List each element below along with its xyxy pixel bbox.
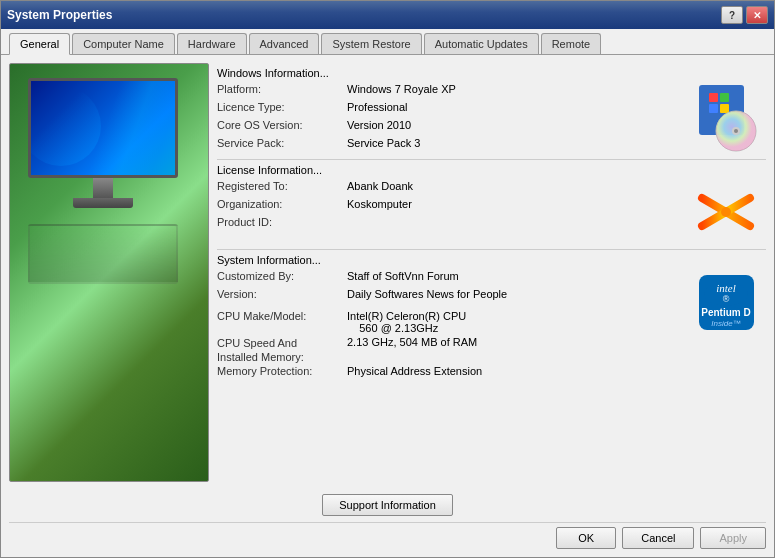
system-info-rows: Customized By: Staff of SoftVnn Forum Ve… (217, 270, 766, 383)
titlebar: System Properties ? ✕ (1, 1, 774, 29)
memory-protection-row: Memory Protection: Physical Address Exte… (217, 365, 686, 383)
licence-value: Professional (347, 101, 686, 113)
star-icon-area (686, 180, 766, 245)
svg-point-9 (734, 129, 738, 133)
memory-protection-label: Memory Protection: (217, 365, 347, 377)
windows-info-col: Platform: Windows 7 Royale XP Licence Ty… (217, 83, 686, 155)
cancel-button[interactable]: Cancel (622, 527, 694, 549)
intel-pentium-icon: intel ® Pentium D Inside™ (694, 270, 759, 335)
cpu-model-row: CPU Make/Model: Intel(R) Celeron(R) CPU … (217, 310, 686, 334)
system-properties-window: System Properties ? ✕ General Computer N… (0, 0, 775, 558)
system-info-header: System Information... (217, 254, 766, 266)
monitor-body (28, 78, 178, 178)
apply-button[interactable]: Apply (700, 527, 766, 549)
service-pack-row: Service Pack: Service Pack 3 (217, 137, 686, 155)
tab-hardware[interactable]: Hardware (177, 33, 247, 54)
version-label: Version: (217, 288, 347, 300)
star-icon (694, 180, 759, 245)
cpu-model-label: CPU Make/Model: (217, 310, 347, 322)
action-buttons: OK Cancel Apply (9, 522, 766, 549)
monitor-display (28, 78, 178, 208)
cd-windows-icon (694, 83, 759, 153)
cpu-speed-row: CPU Speed AndInstalled Memory: 2.13 GHz,… (217, 336, 686, 365)
tab-general[interactable]: General (9, 33, 70, 55)
monitor-screen (31, 81, 175, 175)
licence-row: Licence Type: Professional (217, 101, 686, 119)
version-value: Daily Softwares News for People (347, 288, 686, 300)
organization-value: Koskomputer (347, 198, 686, 210)
registered-to-row: Registered To: Abank Doank (217, 180, 686, 198)
system-info-col: Customized By: Staff of SoftVnn Forum Ve… (217, 270, 686, 383)
memory-protection-value: Physical Address Extension (347, 365, 686, 377)
registered-to-label: Registered To: (217, 180, 347, 192)
svg-rect-4 (720, 104, 729, 113)
license-info-rows: Registered To: Abank Doank Organization:… (217, 180, 766, 245)
cpu-model-value: Intel(R) Celeron(R) CPU 560 @ 2.13GHz (347, 310, 686, 334)
help-button[interactable]: ? (721, 6, 743, 24)
support-information-button[interactable]: Support Information (322, 494, 453, 516)
product-id-label: Product ID: (217, 216, 347, 228)
tab-system-restore[interactable]: System Restore (321, 33, 421, 54)
monitor-reflection (28, 224, 178, 284)
customized-by-row: Customized By: Staff of SoftVnn Forum (217, 270, 686, 288)
tabs-row: General Computer Name Hardware Advanced … (1, 29, 774, 55)
customized-by-label: Customized By: (217, 270, 347, 282)
cpu-speed-value: 2.13 GHz, 504 MB of RAM (347, 336, 686, 348)
product-id-row: Product ID: (217, 216, 686, 234)
tab-computer-name[interactable]: Computer Name (72, 33, 175, 54)
customized-by-value: Staff of SoftVnn Forum (347, 270, 686, 282)
licence-label: Licence Type: (217, 101, 347, 113)
core-os-row: Core OS Version: Version 2010 (217, 119, 686, 137)
titlebar-buttons: ? ✕ (721, 6, 768, 24)
license-info-col: Registered To: Abank Doank Organization:… (217, 180, 686, 234)
close-button[interactable]: ✕ (746, 6, 768, 24)
svg-point-13 (721, 207, 731, 217)
organization-row: Organization: Koskomputer (217, 198, 686, 216)
intel-icon-area: intel ® Pentium D Inside™ (686, 270, 766, 335)
tab-remote[interactable]: Remote (541, 33, 602, 54)
monitor-stand (93, 178, 113, 198)
platform-label: Platform: (217, 83, 347, 95)
screen-decor1 (31, 86, 101, 166)
svg-text:Pentium D: Pentium D (701, 307, 750, 318)
svg-rect-3 (709, 104, 718, 113)
tab-content: Windows Information... Platform: Windows… (1, 55, 774, 490)
svg-rect-1 (709, 93, 718, 102)
support-btn-row: Support Information (9, 494, 766, 516)
windows-info-section: Windows Information... Platform: Windows… (217, 63, 766, 160)
tab-advanced[interactable]: Advanced (249, 33, 320, 54)
platform-row: Platform: Windows 7 Royale XP (217, 83, 686, 101)
platform-value: Windows 7 Royale XP (347, 83, 686, 95)
svg-text:®: ® (722, 294, 729, 304)
registered-to-value: Abank Doank (347, 180, 686, 192)
left-panel (9, 63, 209, 482)
license-info-section: License Information... Registered To: Ab… (217, 160, 766, 250)
window-title: System Properties (7, 8, 112, 22)
service-pack-value: Service Pack 3 (347, 137, 686, 149)
service-pack-label: Service Pack: (217, 137, 347, 149)
right-panel: Windows Information... Platform: Windows… (217, 63, 766, 482)
svg-text:intel: intel (716, 282, 736, 294)
system-info-section: System Information... Customized By: Sta… (217, 250, 766, 387)
tab-automatic-updates[interactable]: Automatic Updates (424, 33, 539, 54)
ok-button[interactable]: OK (556, 527, 616, 549)
cd-icon-area (686, 83, 766, 153)
license-info-header: License Information... (217, 164, 766, 176)
organization-label: Organization: (217, 198, 347, 210)
windows-info-header: Windows Information... (217, 67, 766, 79)
monitor-base (73, 198, 133, 208)
version-row: Version: Daily Softwares News for People (217, 288, 686, 306)
core-os-value: Version 2010 (347, 119, 686, 131)
bottom-bar: Support Information OK Cancel Apply (1, 490, 774, 557)
windows-info-rows: Platform: Windows 7 Royale XP Licence Ty… (217, 83, 766, 155)
svg-rect-2 (720, 93, 729, 102)
cpu-speed-label: CPU Speed AndInstalled Memory: (217, 336, 347, 365)
svg-text:Inside™: Inside™ (711, 319, 740, 328)
core-os-label: Core OS Version: (217, 119, 347, 131)
